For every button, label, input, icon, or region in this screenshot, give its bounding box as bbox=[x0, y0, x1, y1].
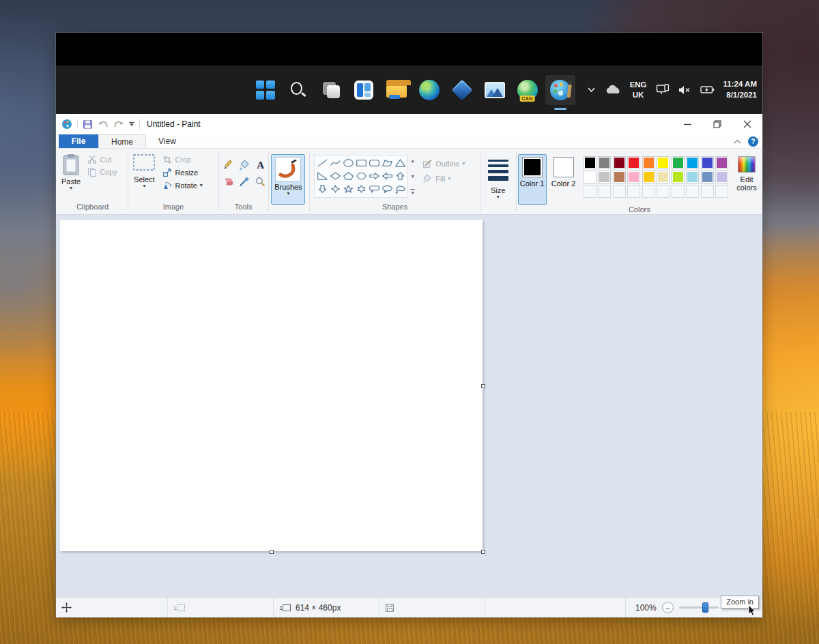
magnifier-tool-button[interactable] bbox=[253, 174, 268, 189]
brushes-button[interactable]: Brushes ▾ bbox=[271, 154, 305, 205]
outline-button[interactable]: Outline ▾ bbox=[422, 159, 465, 169]
taskbar-task-view-button[interactable] bbox=[316, 75, 346, 105]
onedrive-cloud-icon[interactable] bbox=[605, 85, 621, 95]
shape-pentagon[interactable] bbox=[342, 169, 355, 182]
fill-with-color-tool-button[interactable] bbox=[237, 158, 252, 173]
tab-home[interactable]: Home bbox=[98, 134, 146, 148]
palette-color-99d9ea[interactable] bbox=[686, 171, 699, 184]
palette-color-ffffff[interactable] bbox=[584, 171, 597, 184]
size-button[interactable]: Size ▾ bbox=[481, 156, 515, 199]
help-button[interactable]: ? bbox=[748, 136, 758, 147]
shape-down-arrow[interactable] bbox=[316, 182, 329, 195]
color-picker-tool-button[interactable] bbox=[237, 174, 252, 189]
pencil-tool-button[interactable] bbox=[220, 158, 235, 173]
tab-view[interactable]: View bbox=[146, 134, 188, 148]
eraser-tool-button[interactable] bbox=[220, 174, 235, 189]
zoom-slider-thumb[interactable] bbox=[702, 602, 708, 613]
shape-oval-callout[interactable] bbox=[381, 182, 394, 195]
palette-empty-slot-9[interactable] bbox=[701, 185, 714, 198]
taskbar-search-button[interactable] bbox=[283, 75, 313, 105]
palette-empty-slot-10[interactable] bbox=[715, 185, 728, 198]
palette-empty-slot-8[interactable] bbox=[686, 185, 699, 198]
shape-right-triangle[interactable] bbox=[316, 169, 329, 182]
rotate-button[interactable]: Rotate ▾ bbox=[162, 181, 202, 190]
close-button[interactable] bbox=[732, 114, 762, 134]
canvas-resize-handle-corner[interactable] bbox=[481, 550, 485, 554]
palette-color-7f7f7f[interactable] bbox=[598, 156, 611, 169]
palette-color-ffc90e[interactable] bbox=[642, 171, 655, 184]
palette-color-22b14c[interactable] bbox=[672, 156, 685, 169]
palette-color-880015[interactable] bbox=[613, 156, 626, 169]
palette-color-b97a57[interactable] bbox=[613, 171, 626, 184]
shape-up-arrow[interactable] bbox=[394, 169, 407, 182]
shape-triangle[interactable] bbox=[394, 156, 407, 169]
palette-color-a349a4[interactable] bbox=[715, 156, 728, 169]
language-indicator[interactable]: ENG UK bbox=[630, 80, 647, 100]
palette-empty-slot-2[interactable] bbox=[598, 185, 611, 198]
minimize-button[interactable] bbox=[672, 114, 702, 134]
palette-empty-slot-4[interactable] bbox=[627, 185, 640, 198]
palette-empty-slot-3[interactable] bbox=[613, 185, 626, 198]
zoom-out-button[interactable]: − bbox=[662, 602, 674, 613]
clock[interactable]: 11:24 AM 8/1/2021 bbox=[723, 79, 757, 100]
qat-customize-button[interactable] bbox=[129, 122, 134, 126]
shape-four-point-star[interactable] bbox=[329, 182, 342, 195]
shape-polygon[interactable] bbox=[381, 156, 394, 169]
drawing-canvas[interactable] bbox=[60, 220, 483, 551]
palette-color-000000[interactable] bbox=[584, 156, 597, 169]
shape-line[interactable] bbox=[316, 156, 329, 169]
shape-curve[interactable] bbox=[329, 156, 342, 169]
display-connect-icon[interactable] bbox=[656, 84, 670, 96]
crop-button[interactable]: Crop bbox=[162, 155, 202, 164]
palette-color-efe4b0[interactable] bbox=[657, 171, 670, 184]
shape-rounded-rectangle[interactable] bbox=[368, 156, 381, 169]
taskbar-widgets-button[interactable] bbox=[349, 75, 379, 105]
shape-right-arrow[interactable] bbox=[368, 169, 381, 182]
palette-color-7092be[interactable] bbox=[701, 171, 714, 184]
palette-color-ff7f27[interactable] bbox=[642, 156, 655, 169]
volume-muted-icon[interactable] bbox=[678, 85, 691, 96]
canvas-resize-handle-right[interactable] bbox=[481, 384, 485, 388]
palette-color-3f48cc[interactable] bbox=[701, 156, 714, 169]
undo-button[interactable] bbox=[98, 119, 109, 129]
taskbar-start-button[interactable] bbox=[250, 75, 281, 105]
shape-diamond[interactable] bbox=[329, 169, 342, 182]
edit-colors-button[interactable]: Edit colors bbox=[731, 156, 762, 192]
save-button[interactable] bbox=[83, 119, 93, 130]
shapes-scroll-down-button[interactable]: ▼ bbox=[408, 172, 417, 181]
shape-rectangle[interactable] bbox=[355, 156, 368, 169]
tab-file[interactable]: File bbox=[59, 134, 98, 148]
shape-five-point-star[interactable] bbox=[342, 182, 355, 195]
canvas-resize-handle-bottom[interactable] bbox=[270, 550, 274, 554]
resize-button[interactable]: Resize bbox=[162, 168, 202, 177]
palette-color-ffaec9[interactable] bbox=[627, 171, 640, 184]
paste-button[interactable]: Paste ▾ bbox=[57, 152, 85, 192]
palette-empty-slot-1[interactable] bbox=[584, 185, 597, 198]
cut-button[interactable]: Cut bbox=[87, 155, 117, 164]
text-tool-button[interactable]: A bbox=[253, 158, 268, 173]
redo-button[interactable] bbox=[113, 119, 124, 129]
palette-color-fff200[interactable] bbox=[657, 156, 670, 169]
palette-empty-slot-5[interactable] bbox=[642, 185, 655, 198]
restore-button[interactable] bbox=[702, 114, 732, 134]
taskbar-store-cube-button[interactable] bbox=[447, 75, 477, 105]
palette-empty-slot-6[interactable] bbox=[657, 185, 670, 198]
shapes-more-button[interactable]: ▼ bbox=[408, 188, 417, 196]
shapes-scroll-up-button[interactable]: ▲ bbox=[408, 156, 417, 165]
palette-color-c8bfe7[interactable] bbox=[715, 171, 728, 184]
shape-left-arrow[interactable] bbox=[381, 169, 394, 182]
fill-button[interactable]: Fill ▾ bbox=[422, 174, 465, 184]
select-button[interactable]: Select ▾ bbox=[128, 152, 160, 190]
taskbar-photos-button[interactable] bbox=[480, 75, 510, 105]
taskbar-edge-button[interactable] bbox=[414, 75, 444, 105]
taskbar-edge-canary-button[interactable]: CAN bbox=[513, 75, 543, 105]
tray-chevron-icon[interactable] bbox=[587, 86, 596, 93]
color1-button[interactable]: Color 1 bbox=[518, 154, 547, 205]
taskbar-file-explorer-button[interactable] bbox=[382, 75, 412, 105]
palette-color-ed1c24[interactable] bbox=[627, 156, 640, 169]
taskbar-paint-button[interactable] bbox=[545, 75, 575, 105]
shape-ellipse[interactable] bbox=[342, 156, 355, 169]
palette-color-00a2e8[interactable] bbox=[686, 156, 699, 169]
shape-cloud-callout[interactable] bbox=[394, 182, 407, 195]
color2-button[interactable]: Color 2 bbox=[549, 154, 578, 205]
